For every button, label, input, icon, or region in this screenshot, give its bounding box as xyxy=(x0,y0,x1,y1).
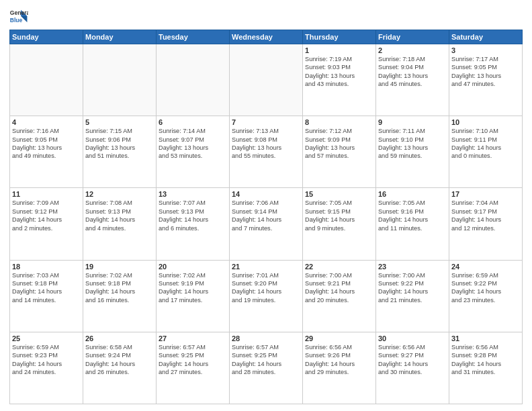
day-info: Sunrise: 7:09 AMSunset: 9:12 PMDaylight:… xyxy=(12,199,81,232)
calendar-table: SundayMondayTuesdayWednesdayThursdayFrid… xyxy=(9,30,523,404)
day-number: 15 xyxy=(305,190,373,198)
day-number: 25 xyxy=(12,334,81,342)
day-number: 17 xyxy=(451,190,520,198)
calendar-cell: 3Sunrise: 7:17 AMSunset: 9:05 PMDaylight… xyxy=(449,44,523,116)
svg-text:General: General xyxy=(10,9,28,16)
day-number: 1 xyxy=(305,46,373,54)
calendar-cell xyxy=(83,44,157,116)
day-info: Sunrise: 7:05 AMSunset: 9:15 PMDaylight:… xyxy=(305,199,373,232)
day-number: 22 xyxy=(305,263,373,271)
calendar-cell: 12Sunrise: 7:08 AMSunset: 9:13 PMDayligh… xyxy=(83,188,157,260)
day-number: 5 xyxy=(85,118,154,126)
calendar-cell: 13Sunrise: 7:07 AMSunset: 9:13 PMDayligh… xyxy=(157,188,230,260)
week-row-1: 4Sunrise: 7:16 AMSunset: 9:05 PMDaylight… xyxy=(10,116,523,188)
calendar-cell: 6Sunrise: 7:14 AMSunset: 9:07 PMDaylight… xyxy=(157,116,230,188)
day-info: Sunrise: 6:57 AMSunset: 9:25 PMDaylight:… xyxy=(232,343,300,377)
day-number: 26 xyxy=(85,334,154,342)
day-number: 23 xyxy=(378,263,447,271)
week-row-2: 11Sunrise: 7:09 AMSunset: 9:12 PMDayligh… xyxy=(10,188,523,260)
calendar-cell: 31Sunrise: 6:56 AMSunset: 9:28 PMDayligh… xyxy=(449,332,523,404)
calendar-cell: 17Sunrise: 7:04 AMSunset: 9:17 PMDayligh… xyxy=(449,188,523,260)
day-number: 24 xyxy=(451,263,520,271)
weekday-header-saturday: Saturday xyxy=(449,30,523,44)
week-row-4: 25Sunrise: 6:59 AMSunset: 9:23 PMDayligh… xyxy=(10,332,523,404)
day-info: Sunrise: 6:59 AMSunset: 9:22 PMDaylight:… xyxy=(451,271,520,305)
logo-icon: General Blue xyxy=(9,7,28,26)
day-number: 11 xyxy=(12,190,81,198)
week-row-0: 1Sunrise: 7:19 AMSunset: 9:03 PMDaylight… xyxy=(10,44,523,116)
day-info: Sunrise: 7:18 AMSunset: 9:04 PMDaylight:… xyxy=(378,55,447,89)
day-number: 27 xyxy=(159,334,227,342)
calendar-cell: 11Sunrise: 7:09 AMSunset: 9:12 PMDayligh… xyxy=(10,188,83,260)
calendar-cell: 24Sunrise: 6:59 AMSunset: 9:22 PMDayligh… xyxy=(449,260,523,332)
day-info: Sunrise: 6:56 AMSunset: 9:28 PMDaylight:… xyxy=(451,343,520,377)
calendar-cell: 4Sunrise: 7:16 AMSunset: 9:05 PMDaylight… xyxy=(10,116,83,188)
day-number: 30 xyxy=(378,334,447,342)
calendar-cell: 19Sunrise: 7:02 AMSunset: 9:18 PMDayligh… xyxy=(83,260,157,332)
calendar-cell xyxy=(10,44,83,116)
day-number: 28 xyxy=(232,334,300,342)
weekday-header-friday: Friday xyxy=(376,30,449,44)
weekday-header-sunday: Sunday xyxy=(10,30,83,44)
day-info: Sunrise: 7:10 AMSunset: 9:11 PMDaylight:… xyxy=(451,127,520,161)
calendar-cell: 15Sunrise: 7:05 AMSunset: 9:15 PMDayligh… xyxy=(303,188,376,260)
calendar-cell xyxy=(230,44,303,116)
day-number: 8 xyxy=(305,118,373,126)
day-number: 2 xyxy=(378,46,447,54)
day-info: Sunrise: 6:56 AMSunset: 9:26 PMDaylight:… xyxy=(305,343,373,377)
day-info: Sunrise: 7:03 AMSunset: 9:18 PMDaylight:… xyxy=(12,271,81,305)
weekday-header-wednesday: Wednesday xyxy=(230,30,303,44)
day-info: Sunrise: 7:07 AMSunset: 9:13 PMDaylight:… xyxy=(159,199,227,232)
day-info: Sunrise: 7:14 AMSunset: 9:07 PMDaylight:… xyxy=(159,127,227,161)
header: General Blue xyxy=(9,7,523,26)
calendar-cell: 30Sunrise: 6:56 AMSunset: 9:27 PMDayligh… xyxy=(376,332,449,404)
day-info: Sunrise: 7:08 AMSunset: 9:13 PMDaylight:… xyxy=(85,199,154,232)
day-number: 16 xyxy=(378,190,447,198)
day-info: Sunrise: 7:00 AMSunset: 9:22 PMDaylight:… xyxy=(378,271,447,305)
calendar-cell: 2Sunrise: 7:18 AMSunset: 9:04 PMDaylight… xyxy=(376,44,449,116)
weekday-header-row: SundayMondayTuesdayWednesdayThursdayFrid… xyxy=(10,30,523,44)
day-info: Sunrise: 7:06 AMSunset: 9:14 PMDaylight:… xyxy=(232,199,300,232)
day-number: 31 xyxy=(451,334,520,342)
day-number: 12 xyxy=(85,190,154,198)
day-info: Sunrise: 7:17 AMSunset: 9:05 PMDaylight:… xyxy=(451,55,520,89)
day-number: 21 xyxy=(232,263,300,271)
day-info: Sunrise: 6:57 AMSunset: 9:25 PMDaylight:… xyxy=(159,343,227,377)
calendar-cell xyxy=(157,44,230,116)
day-info: Sunrise: 7:02 AMSunset: 9:19 PMDaylight:… xyxy=(159,271,227,305)
calendar-cell: 26Sunrise: 6:58 AMSunset: 9:24 PMDayligh… xyxy=(83,332,157,404)
day-info: Sunrise: 7:19 AMSunset: 9:03 PMDaylight:… xyxy=(305,55,373,89)
calendar-cell: 20Sunrise: 7:02 AMSunset: 9:19 PMDayligh… xyxy=(157,260,230,332)
calendar-cell: 7Sunrise: 7:13 AMSunset: 9:08 PMDaylight… xyxy=(230,116,303,188)
day-number: 13 xyxy=(159,190,227,198)
calendar-cell: 10Sunrise: 7:10 AMSunset: 9:11 PMDayligh… xyxy=(449,116,523,188)
day-info: Sunrise: 7:15 AMSunset: 9:06 PMDaylight:… xyxy=(85,127,154,161)
day-number: 29 xyxy=(305,334,373,342)
page: General Blue SundayMondayTuesdayWednesda… xyxy=(0,0,532,411)
day-info: Sunrise: 7:01 AMSunset: 9:20 PMDaylight:… xyxy=(232,271,300,305)
calendar-cell: 1Sunrise: 7:19 AMSunset: 9:03 PMDaylight… xyxy=(303,44,376,116)
calendar-cell: 14Sunrise: 7:06 AMSunset: 9:14 PMDayligh… xyxy=(230,188,303,260)
week-row-3: 18Sunrise: 7:03 AMSunset: 9:18 PMDayligh… xyxy=(10,260,523,332)
calendar-cell: 16Sunrise: 7:05 AMSunset: 9:16 PMDayligh… xyxy=(376,188,449,260)
calendar-cell: 23Sunrise: 7:00 AMSunset: 9:22 PMDayligh… xyxy=(376,260,449,332)
day-number: 7 xyxy=(232,118,300,126)
calendar-cell: 29Sunrise: 6:56 AMSunset: 9:26 PMDayligh… xyxy=(303,332,376,404)
day-info: Sunrise: 7:16 AMSunset: 9:05 PMDaylight:… xyxy=(12,127,81,161)
calendar-cell: 25Sunrise: 6:59 AMSunset: 9:23 PMDayligh… xyxy=(10,332,83,404)
day-number: 10 xyxy=(451,118,520,126)
calendar-cell: 22Sunrise: 7:00 AMSunset: 9:21 PMDayligh… xyxy=(303,260,376,332)
day-number: 18 xyxy=(12,263,81,271)
calendar-cell: 28Sunrise: 6:57 AMSunset: 9:25 PMDayligh… xyxy=(230,332,303,404)
weekday-header-monday: Monday xyxy=(83,30,157,44)
day-info: Sunrise: 6:59 AMSunset: 9:23 PMDaylight:… xyxy=(12,343,81,377)
calendar-cell: 18Sunrise: 7:03 AMSunset: 9:18 PMDayligh… xyxy=(10,260,83,332)
day-number: 6 xyxy=(159,118,227,126)
calendar-cell: 8Sunrise: 7:12 AMSunset: 9:09 PMDaylight… xyxy=(303,116,376,188)
calendar-cell: 21Sunrise: 7:01 AMSunset: 9:20 PMDayligh… xyxy=(230,260,303,332)
day-number: 4 xyxy=(12,118,81,126)
day-info: Sunrise: 7:00 AMSunset: 9:21 PMDaylight:… xyxy=(305,271,373,305)
day-number: 14 xyxy=(232,190,300,198)
day-info: Sunrise: 6:58 AMSunset: 9:24 PMDaylight:… xyxy=(85,343,154,377)
day-number: 19 xyxy=(85,263,154,271)
